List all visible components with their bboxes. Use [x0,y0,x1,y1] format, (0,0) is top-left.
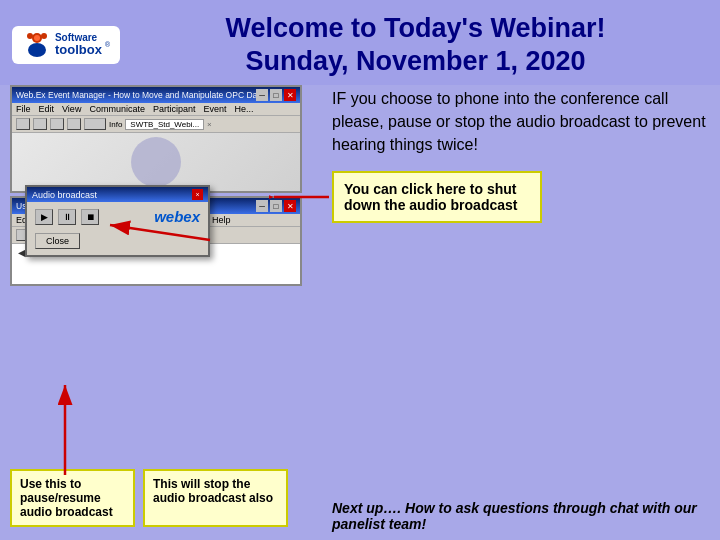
info-text-content: IF you choose to phone into the conferen… [332,90,706,153]
window2-controls: ─ □ ✕ [256,200,296,212]
software-toolbox-logo-icon [22,30,52,60]
webex-content-area-1 [12,133,300,191]
title-line1: Welcome to Today's Webinar! [127,12,704,44]
menu-file[interactable]: File [16,104,31,114]
header: Software toolbox ® Welcome to Today's We… [0,0,720,85]
w2-close[interactable]: ✕ [284,200,296,212]
tab-swtb[interactable]: SWTB_Std_Webi... [125,119,204,130]
callout-shutdown-text: You can click here to shut down the audi… [344,181,517,213]
audio-close-btn-container: Close [27,231,208,255]
stop-button-audio[interactable]: ⏹ [81,209,99,225]
webex-title-text: Web.Ex Event Manager - How to Move and M… [16,90,256,100]
callout-shutdown-box: You can click here to shut down the audi… [332,171,542,223]
svg-point-3 [27,33,33,39]
toolbar-btn-1[interactable] [16,118,30,130]
tab-close[interactable]: × [207,120,212,129]
svg-point-4 [41,33,47,39]
audio-dialog-title-text: Audio broadcast [32,190,97,200]
window-controls: ─ □ ✕ [256,89,296,101]
menu-event[interactable]: Event [203,104,226,114]
webex-window-1: Web.Ex Event Manager - How to Move and M… [10,85,302,193]
play-button[interactable]: ▶ [35,209,53,225]
page-title: Welcome to Today's Webinar! Sunday, Nove… [127,12,704,77]
menu-view[interactable]: View [62,104,81,114]
webex-titlebar-1: Web.Ex Event Manager - How to Move and M… [12,87,300,103]
avatar-placeholder [131,137,181,187]
m2-help[interactable]: Help [212,215,231,225]
toolbar-btn-2[interactable] [33,118,47,130]
maximize-button[interactable]: □ [270,89,282,101]
toolbar-btn-5[interactable] [84,118,106,130]
audio-dialog-close-x[interactable]: × [192,189,203,200]
menu-participant[interactable]: Participant [153,104,196,114]
presentation-area [12,133,300,191]
logo-reg: ® [105,41,110,48]
pause-button[interactable]: ⏸ [58,209,76,225]
logo-text-toolbox: toolbox [55,43,102,56]
audio-dialog-titlebar: Audio broadcast × [27,187,208,202]
logo-area: Software toolbox ® [12,26,127,64]
svg-point-1 [34,35,40,41]
next-up-text: Next up…. How to ask questions through c… [332,490,710,532]
webex-logo-in-dialog: webex [154,208,200,225]
w2-minimize[interactable]: ─ [256,200,268,212]
toolbar-btn-3[interactable] [50,118,64,130]
menu-help[interactable]: He... [234,104,253,114]
menubar-1: File Edit View Communicate Participant E… [12,103,300,116]
toolbar-btn-4[interactable] [67,118,81,130]
content-area: Web.Ex Event Manager - How to Move and M… [0,85,720,540]
bottom-annotations: Use this to pause/resume audio broadcast… [10,469,288,527]
menu-edit[interactable]: Edit [39,104,55,114]
minimize-button[interactable]: ─ [256,89,268,101]
menu-communicate[interactable]: Communicate [89,104,145,114]
next-up-content: Next up…. How to ask questions through c… [332,500,697,532]
toolbar-1: Info SWTB_Std_Webi... × [12,116,300,133]
title-line2: Sunday, November 1, 2020 [127,45,704,77]
info-text: IF you choose to phone into the conferen… [332,87,710,157]
audio-close-button[interactable]: Close [35,233,80,249]
right-panel: IF you choose to phone into the conferen… [332,85,710,532]
svg-point-2 [28,43,46,57]
pause-annotation-text: Use this to pause/resume audio broadcast [20,477,113,519]
stop-annotation-box: This will stop the audio broadcast also [143,469,288,527]
close-button-1[interactable]: ✕ [284,89,296,101]
stop-annotation-text: This will stop the audio broadcast also [153,477,273,505]
w2-maximize[interactable]: □ [270,200,282,212]
left-panel: Web.Ex Event Manager - How to Move and M… [10,85,320,532]
audio-broadcast-dialog: Audio broadcast × ▶ ⏸ ⏹ webex Close [25,185,210,257]
audio-controls-row: ▶ ⏸ ⏹ webex [27,202,208,231]
tab-info-label[interactable]: Info [109,120,122,129]
pause-annotation-box: Use this to pause/resume audio broadcast [10,469,135,527]
